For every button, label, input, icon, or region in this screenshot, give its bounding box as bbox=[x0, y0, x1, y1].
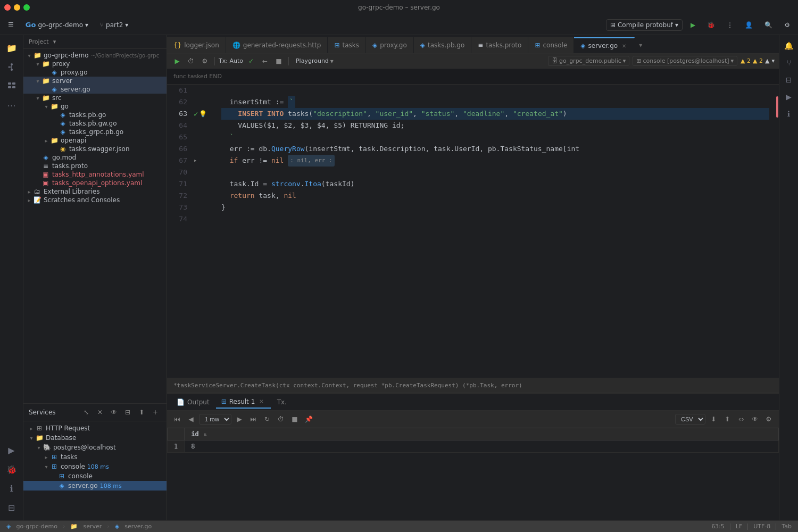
settings-button[interactable]: ⚙ bbox=[780, 20, 794, 30]
tree-item-gomod[interactable]: ▸ ◈ go.mod bbox=[23, 153, 167, 162]
services-expand-btn[interactable]: ⤡ bbox=[80, 406, 92, 418]
svc-database[interactable]: ▾ 📁 Database bbox=[23, 433, 167, 443]
services-export-btn[interactable]: ⬆ bbox=[136, 406, 147, 418]
minimize-button[interactable] bbox=[14, 4, 20, 11]
upload-btn[interactable]: ⬆ bbox=[721, 413, 733, 425]
prev-row-btn[interactable]: ◀ bbox=[185, 413, 197, 425]
tree-item-http-yaml[interactable]: ▸ ▣ tasks_http_annotations.yaml bbox=[23, 170, 167, 179]
db-selector[interactable]: 🗄 go_grpc_demo.public ▾ bbox=[548, 56, 629, 66]
tab-more-button[interactable]: ▾ bbox=[635, 37, 646, 53]
services-filter-btn[interactable]: ⊟ bbox=[122, 406, 134, 418]
tree-item-proxy-folder[interactable]: ▾ 📁 proxy bbox=[23, 60, 167, 68]
project-selector[interactable]: Go go-grpc-demo ▾ bbox=[22, 19, 92, 30]
tx-back-btn[interactable]: ← bbox=[259, 55, 271, 67]
tree-item-external-libs[interactable]: ▸ 🗂 External Libraries bbox=[23, 187, 167, 196]
problems-icon-btn[interactable]: ℹ bbox=[3, 480, 20, 497]
more-toolbar-button[interactable]: ⋮ bbox=[723, 20, 737, 30]
services-close-btn[interactable]: ✕ bbox=[94, 406, 106, 418]
project-icon-btn[interactable]: 📁 bbox=[3, 39, 20, 56]
tree-item-scratches[interactable]: ▸ 📝 Scratches and Consoles bbox=[23, 196, 167, 204]
run-query-btn[interactable]: ▶ bbox=[171, 55, 183, 67]
refresh-btn[interactable]: ↻ bbox=[261, 413, 273, 425]
tree-item-swagger[interactable]: ▸ ◉ tasks.swagger.json bbox=[23, 145, 167, 153]
result-settings-btn[interactable]: ⚙ bbox=[763, 413, 775, 425]
tree-item-openapi-yaml[interactable]: ▸ ▣ tasks_openapi_options.yaml bbox=[23, 179, 167, 187]
visibility-btn[interactable]: 👁 bbox=[749, 413, 761, 425]
compare-btn[interactable]: ⇔ bbox=[735, 413, 747, 425]
svc-console-sub[interactable]: ▸ ⊞ console bbox=[23, 471, 167, 481]
svc-postgres[interactable]: ▾ 🐘 postgres@localhost bbox=[23, 443, 167, 452]
row-count-select[interactable]: 1 row bbox=[199, 414, 231, 425]
tree-item-tasks-pb[interactable]: ▸ ◈ tasks.pb.go bbox=[23, 111, 167, 119]
code-editor[interactable]: func tasked END 61 62 63 64 65 66 67 70 bbox=[167, 69, 779, 378]
tab-tasks[interactable]: ⊞ tasks bbox=[328, 37, 366, 53]
tree-item-openapi-folder[interactable]: ▸ 📁 openapi bbox=[23, 136, 167, 145]
notifications-icon-btn[interactable]: 🔔 bbox=[783, 39, 795, 52]
result1-close-btn[interactable]: ✕ bbox=[257, 398, 265, 405]
config-btn[interactable]: ⚙ bbox=[199, 55, 211, 67]
playground-btn[interactable]: Playground ▾ bbox=[293, 55, 337, 67]
tab-gen-requests[interactable]: 🌐 generated-requests.http bbox=[226, 37, 328, 53]
tree-item-server-go[interactable]: ▸ ◈ server.go bbox=[23, 85, 167, 94]
tab-close-server[interactable]: ✕ bbox=[620, 42, 628, 49]
code-content[interactable]: insertStmt := ` INSERT INTO tasks("descr… bbox=[215, 85, 776, 225]
console-selector[interactable]: ⊞ console [postgres@localhost] ▾ bbox=[633, 56, 737, 66]
svc-tasks-table[interactable]: ▸ ⊞ tasks bbox=[23, 452, 167, 462]
info-right-icon-btn[interactable]: ℹ bbox=[783, 107, 795, 120]
tx-check-btn[interactable]: ✓ bbox=[245, 55, 257, 67]
services-content[interactable]: ▸ ⊞ HTTP Request ▾ 📁 Database ▾ 🐘 po bbox=[23, 421, 167, 520]
time-btn[interactable]: ⏱ bbox=[275, 413, 287, 425]
services-eye-btn[interactable]: 👁 bbox=[108, 406, 120, 418]
col-id[interactable]: id ⇅ bbox=[185, 428, 779, 440]
tree-item-tasks-proto[interactable]: ▸ ≡ tasks.proto bbox=[23, 162, 167, 170]
export-format-select[interactable]: CSV bbox=[675, 414, 705, 425]
stop-btn[interactable]: ■ bbox=[289, 413, 301, 425]
run-right-icon-btn[interactable]: ▶ bbox=[783, 90, 795, 103]
first-row-btn[interactable]: ⏮ bbox=[171, 413, 183, 425]
tab-logger[interactable]: {} logger.json bbox=[167, 37, 226, 53]
svc-server-go[interactable]: ▸ ◈ server.go 108 ms bbox=[23, 481, 167, 491]
tab-tasks-proto[interactable]: ≡ tasks.proto bbox=[471, 37, 528, 53]
tree-item-src-folder[interactable]: ▾ 📁 src bbox=[23, 94, 167, 102]
svc-console-group[interactable]: ▾ ⊞ console 108 ms bbox=[23, 462, 167, 471]
expand-arrow-icon[interactable]: ▸ bbox=[194, 155, 197, 167]
pin-btn[interactable]: 📌 bbox=[303, 413, 314, 425]
close-button[interactable] bbox=[4, 4, 11, 11]
file-tree-content[interactable]: ▾ 📁 go-grpc-demo ~/GolandProjects/go-grp… bbox=[23, 49, 167, 403]
hamburger-menu[interactable]: ☰ bbox=[4, 20, 18, 30]
tree-item-tasks-grpc[interactable]: ▸ ◈ tasks_grpc.pb.go bbox=[23, 128, 167, 136]
compile-protobuf-button[interactable]: ⊞ Compile protobuf ▾ bbox=[606, 19, 683, 31]
bottom-tab-result1[interactable]: ⊞ Result 1 ✕ bbox=[216, 396, 271, 409]
history-btn[interactable]: ⏱ bbox=[185, 55, 197, 67]
debug-icon-btn[interactable]: 🐞 bbox=[3, 461, 20, 478]
bottom-tab-tx[interactable]: Tx. bbox=[272, 396, 292, 408]
table-row-1[interactable]: 1 8 bbox=[168, 440, 779, 453]
tree-item-server-folder[interactable]: ▾ 📁 server bbox=[23, 77, 167, 85]
structure-icon-btn[interactable] bbox=[3, 78, 20, 95]
maximize-button[interactable] bbox=[23, 4, 30, 11]
last-row-btn[interactable]: ⏭ bbox=[247, 413, 259, 425]
git-icon-btn[interactable] bbox=[3, 59, 20, 76]
services-add-btn[interactable]: + bbox=[149, 406, 161, 418]
plugins-icon-btn[interactable]: ⋯ bbox=[3, 97, 20, 114]
branch-selector[interactable]: ⑂ part2 ▾ bbox=[96, 20, 132, 30]
tab-server[interactable]: ◈ server.go ✕ bbox=[574, 37, 635, 53]
run-button[interactable]: ▶ bbox=[687, 20, 699, 30]
next-row-btn[interactable]: ▶ bbox=[234, 413, 245, 425]
tx-stop-btn[interactable]: ■ bbox=[273, 55, 285, 67]
counter-down-icon[interactable]: ▾ bbox=[771, 57, 775, 64]
run-icon-btn[interactable]: ▶ bbox=[3, 442, 20, 459]
tab-console[interactable]: ⊞ console bbox=[528, 37, 574, 53]
terminal-icon-btn[interactable]: ⊟ bbox=[3, 499, 20, 516]
tree-item-go-folder[interactable]: ▾ 📁 go bbox=[23, 102, 167, 111]
tree-item-root[interactable]: ▾ 📁 go-grpc-demo ~/GolandProjects/go-grp… bbox=[23, 51, 167, 60]
download-btn[interactable]: ⬇ bbox=[708, 413, 719, 425]
tree-item-proxy-go[interactable]: ▸ ◈ proxy.go bbox=[23, 68, 167, 77]
minimap-scrollbar[interactable] bbox=[776, 85, 779, 225]
bottom-tab-output[interactable]: 📄 Output bbox=[171, 396, 215, 408]
counter-up-icon[interactable]: ▲ bbox=[765, 57, 769, 64]
svc-http-request[interactable]: ▸ ⊞ HTTP Request bbox=[23, 423, 167, 433]
user-button[interactable]: 👤 bbox=[741, 20, 757, 30]
results-area[interactable]: id ⇅ 1 8 bbox=[167, 428, 779, 520]
tab-proxy[interactable]: ◈ proxy.go bbox=[366, 37, 414, 53]
